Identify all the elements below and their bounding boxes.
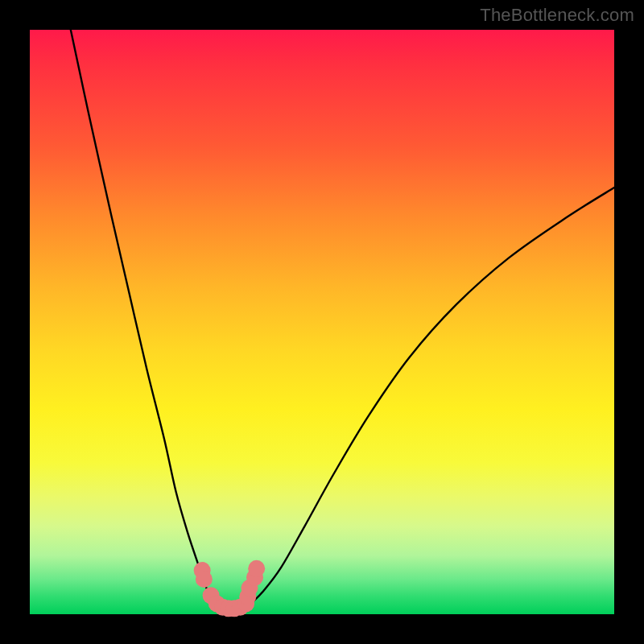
watermark-text: TheBottleneck.com [480, 5, 634, 26]
marker-dot [248, 560, 265, 577]
bottom-markers [194, 560, 266, 617]
marker-dot [196, 571, 213, 588]
chart-frame: TheBottleneck.com [0, 0, 644, 644]
left-curve [71, 30, 217, 602]
chart-svg [30, 30, 614, 614]
plot-area [30, 30, 614, 614]
right-curve [252, 188, 614, 602]
